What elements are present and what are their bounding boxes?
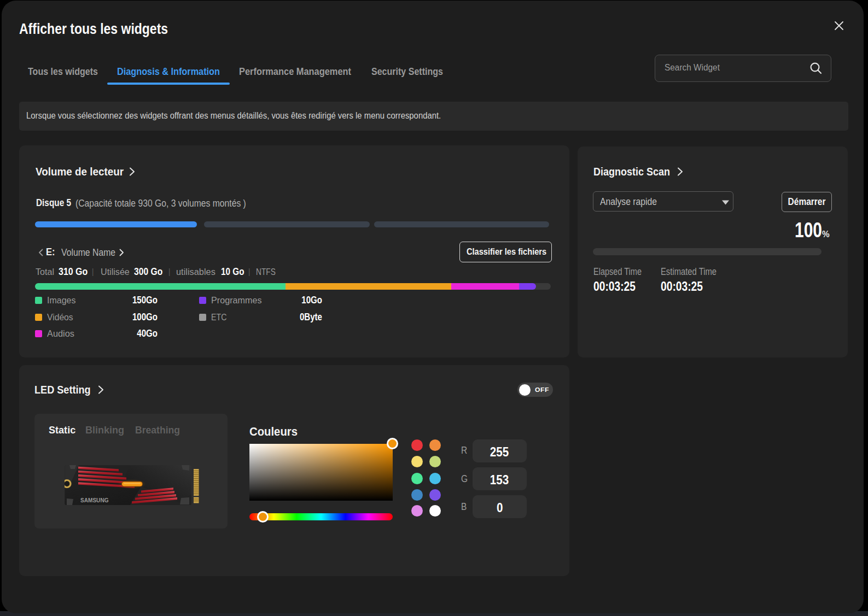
svg-text:SAMSUNG: SAMSUNG	[80, 497, 109, 503]
